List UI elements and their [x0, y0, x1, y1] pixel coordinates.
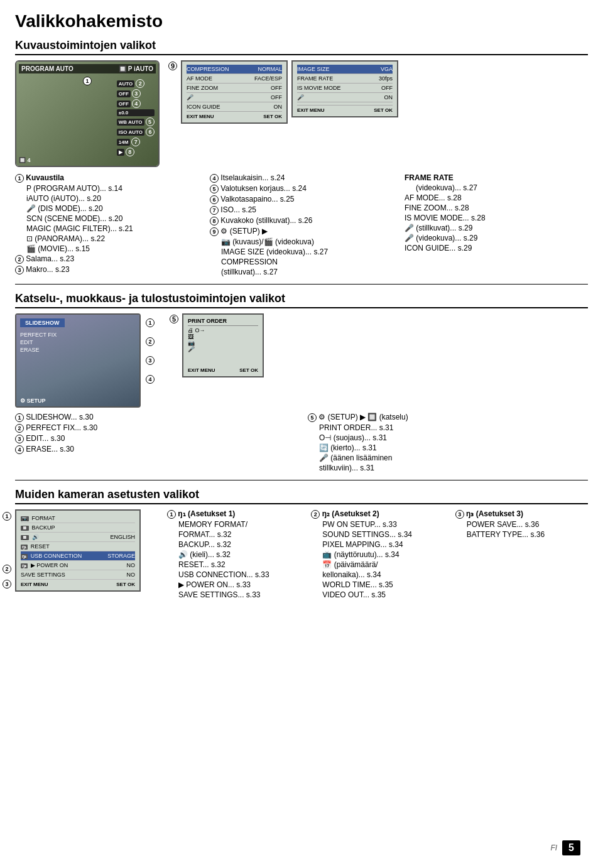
- wb-badge: WB AUTO: [117, 119, 144, 126]
- imagesize-screen: IMAGE SIZEVGA FRAME RATE30fps IS MOVIE M…: [291, 60, 398, 117]
- backup-entry: BACKUP... s.32: [178, 540, 300, 549]
- framerate-video: (videokuva)... s.27: [416, 183, 588, 192]
- entry-program-auto: P (PROGRAM AUTO)... s.14: [26, 184, 198, 193]
- entry-kuvaus-video: 📷 (kuvaus)/🎬 (videokuva): [221, 237, 393, 246]
- usb-entry: USB CONNECTION... s.33: [178, 570, 300, 579]
- entry-magic-filter: MAGIC (MAGIC FILTER)... s.21: [26, 224, 198, 233]
- entry-printorder: PRINT ORDER... s.31: [319, 423, 588, 432]
- entries-col3: FRAME RATE (videokuva)... s.27 AF MODE..…: [405, 173, 588, 278]
- num-4: 4: [210, 174, 219, 183]
- entry-kuvaustila: 1 Kuvaustila: [15, 173, 198, 183]
- entry-iso: 7 ISO... s.25: [210, 205, 393, 215]
- compression-screen: COMPRESSIONNORMAL AF MODEFACE/ESP FINE Z…: [181, 60, 288, 124]
- poweron-entry: ▶ POWER ON... s.33: [178, 580, 300, 589]
- entry-movie: 🎬 (MOVIE)... s.15: [26, 244, 198, 253]
- entry-suojaus: O⊣ (suojaus)... s.31: [319, 433, 588, 442]
- num-5: 5: [210, 185, 219, 193]
- mode-off2-badge: OFF: [117, 100, 131, 107]
- mode-label: PROGRAM AUTO: [21, 65, 73, 72]
- mode-icons: 🔲 P iAUTO: [119, 65, 153, 72]
- entries-col2: 4 Itselaukaisin... s.24 5 Valotuksen kor…: [210, 173, 393, 278]
- num-7: 7: [210, 206, 219, 215]
- set-spacer2: [3, 540, 11, 546]
- mode-off-badge: OFF: [117, 90, 131, 97]
- slideshow-menu-selected: SLIDESHOW: [20, 318, 65, 327]
- savesettings-row: SAVE SETTINGSNO: [21, 570, 135, 580]
- entry-iauto: iAUTO (iAUTO)... s.20: [26, 194, 198, 203]
- kellonaika: kellonaika)... s.34: [322, 570, 443, 579]
- section-divider-2: [15, 480, 588, 480]
- world-time: WORLD TIME... s.35: [322, 580, 443, 589]
- iconguide-entry: ICON GUIDE... s.29: [405, 244, 588, 252]
- set-num-2: 2: [3, 565, 11, 573]
- asetukset3-title: 3 ŋ₃ (Asetukset 3): [455, 509, 588, 519]
- num-8: 8: [210, 217, 219, 225]
- print-order-title: PRINT ORDER: [188, 318, 258, 326]
- asetukset2-title: 2 ŋ₂ (Asetukset 2): [311, 509, 443, 519]
- snum-5: 5: [308, 413, 317, 422]
- entry-erase: 4 ERASE... s.30: [15, 445, 295, 454]
- num-9: 9: [210, 227, 219, 236]
- entry-aanenlisays: 🎤 (äänen lisääminen: [319, 453, 588, 462]
- finezoom-row: FINE ZOOMOFF: [187, 84, 282, 93]
- entry-dis-mode: 🎤 (DIS MODE)... s.20: [26, 204, 198, 213]
- print-exitset: EXIT MENUSET OK: [188, 367, 258, 373]
- entry-itselaukaisin: 4 Itselaukaisin... s.24: [210, 173, 393, 183]
- entry-perfectfix: 2 PERFECT FIX... s.30: [15, 423, 295, 433]
- print-row-3: 📷: [188, 340, 258, 346]
- print-num-5: 5: [170, 315, 178, 323]
- asetukset3-col: 3 ŋ₃ (Asetukset 3) POWER SAVE... s.36 BA…: [455, 509, 588, 600]
- slide-num-1: 1: [146, 318, 155, 327]
- poweron-row: ŋ₃ ▶ POWER ONNO: [21, 561, 135, 570]
- entry-panorama: ⊡ (PANORAMA)... s.22: [26, 234, 198, 243]
- entry-image-size-video: IMAGE SIZE (videokuva)... s.27: [221, 247, 393, 256]
- mic-video-entry: 🎤 (videokuva)... s.29: [405, 234, 588, 242]
- play-badge: ▶: [117, 149, 124, 156]
- camera-preview-image: PROGRAM AUTO 🔲 P iAUTO AUTO 2 OFF 3 OFF …: [15, 60, 160, 167]
- mode-auto-badge: AUTO: [117, 80, 135, 87]
- print-order-screen: PRINT ORDER 🖨 O→ 🖼 📷 🎤 EXIT MENUSET OK: [182, 313, 264, 377]
- badge-num-2: 2: [136, 79, 144, 88]
- num-6: 6: [210, 195, 219, 204]
- print-row-1: 🖨 O→: [188, 327, 258, 334]
- slideshow-menu-items: PERFECT FIX EDIT ERASE: [20, 331, 57, 354]
- entry-stillkuviin: stillkuviin)... s.31: [319, 464, 588, 472]
- set-spacer: [3, 527, 11, 533]
- snum-1: 1: [15, 413, 24, 422]
- empty-row: [297, 102, 393, 106]
- size-badge: 14M: [117, 139, 131, 146]
- entry-kuvakoko: 8 Kuvakoko (stillkuvat)... s.26: [210, 216, 393, 225]
- entry-valko: 6 Valkotasapaino... s.25: [210, 195, 393, 204]
- setup-entries: 5 ⚙ (SETUP) ▶ 🔲 (katselu) PRINT ORDER...…: [308, 413, 588, 474]
- slide-num-4: 4: [146, 375, 155, 384]
- badge-num-5: 5: [146, 117, 155, 126]
- asetukset1-title: 1 ŋ₁ (Asetukset 1): [167, 509, 300, 519]
- screen9-num: 9: [168, 62, 177, 70]
- backup-row: 🔲 BACKUP: [21, 523, 135, 533]
- format-entry: FORMAT... s.32: [178, 530, 300, 539]
- screen1-exitset: EXIT MENUSET OK: [187, 114, 282, 119]
- imagesize-row: IMAGE SIZEVGA: [297, 65, 393, 74]
- framerate-label: FRAME RATE: [405, 173, 588, 182]
- section-divider-1: [15, 284, 588, 285]
- settings-exitset: EXIT MENUSET OK: [21, 582, 135, 587]
- anum-3: 3: [455, 510, 464, 519]
- paivamaara: 📅 (päivämäärä/: [322, 560, 443, 569]
- ismovie-entry: IS MOVIE MODE... s.28: [405, 214, 588, 222]
- power-save: POWER SAVE... s.36: [467, 520, 588, 529]
- badge-num-7: 7: [131, 138, 140, 146]
- sound-settings: SOUND SETTINGS... s.34: [322, 530, 443, 539]
- entry-setup: 9 ⚙ (SETUP) ▶: [210, 227, 393, 236]
- num-2: 2: [15, 255, 24, 264]
- battery-type: BATTERY TYPE... s.36: [467, 530, 588, 539]
- entry-compression: COMPRESSION: [221, 258, 393, 266]
- reset-row: ŋ₁ RESET: [21, 542, 135, 551]
- entry-kierto: 🔄 (kierto)... s.31: [319, 443, 588, 452]
- anum-1: 1: [167, 510, 176, 519]
- slideshow-camera: SLIDESHOW PERFECT FIX EDIT ERASE ⚙ SETUP: [15, 313, 141, 408]
- mic-row1: 🎤OFF: [187, 93, 282, 102]
- entry-valotus: 5 Valotuksen korjaus... s.24: [210, 184, 393, 193]
- screen2-exitset: EXIT MENUSET OK: [297, 107, 393, 113]
- print-row-empty2: [188, 359, 258, 365]
- badge-num-8: 8: [126, 148, 134, 156]
